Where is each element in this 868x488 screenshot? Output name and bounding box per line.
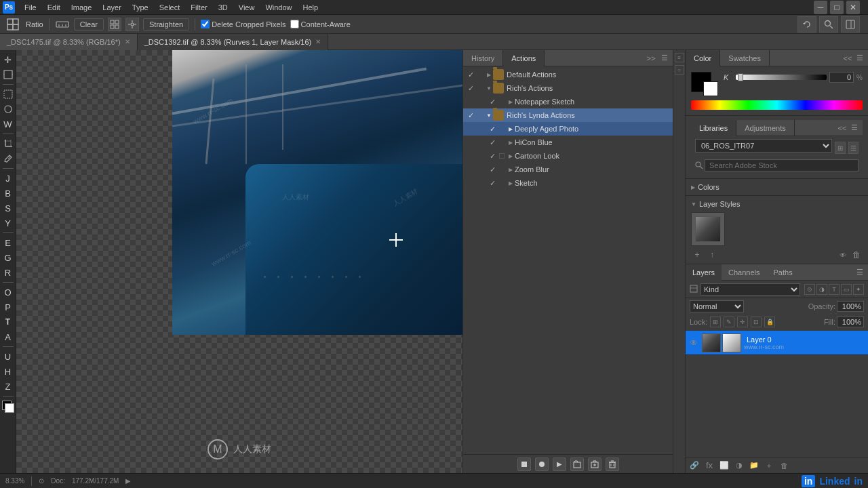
record-button[interactable] [535,458,549,471]
chevron-cartoon[interactable]: ▶ [507,152,515,160]
artboard-tool[interactable] [1,68,15,81]
filter-type-btn[interactable]: T [829,284,840,295]
layer-visibility-0[interactable]: 👁 [690,338,699,348]
menu-type[interactable]: Type [127,2,154,13]
chevron-lynda[interactable]: ▼ [485,111,493,119]
foreground-bg-color[interactable] [2,401,14,413]
menu-select[interactable]: Select [154,2,186,13]
panel-menu-btn[interactable]: ☰ [659,53,670,64]
k-slider[interactable] [736,75,827,80]
filter-pixel-btn[interactable]: ⊙ [804,284,815,295]
layer-mask-btn[interactable]: ⬜ [718,460,730,472]
crop-tool[interactable] [1,137,15,150]
clone-tool[interactable]: S [1,201,15,215]
menu-edit[interactable]: Edit [42,2,66,13]
move-tool[interactable]: ✛ [1,53,15,66]
check-notepaper[interactable]: ✓ [488,97,497,106]
blur-tool[interactable]: R [1,266,15,279]
lock-transparency-btn[interactable]: ⊞ [710,317,721,327]
settings-icon[interactable] [125,18,139,31]
clear-button[interactable]: Clear [74,18,104,30]
chevron-default[interactable]: ▶ [485,70,493,79]
color-tab[interactable]: Color [686,50,720,66]
layer-group-btn[interactable]: 📁 [748,460,760,472]
libraries-tab[interactable]: Libraries [691,120,736,136]
filter-adj-btn[interactable]: ◑ [816,284,827,295]
foreground-bg-swatches[interactable] [691,72,718,96]
tab-1[interactable]: _DSC1475.tif @ 8.33% (RGB/16*) ✕ [0,34,138,50]
close-btn[interactable]: ✕ [846,1,860,14]
mini-btn-2[interactable]: ○ [675,65,684,75]
chevron-notepaper[interactable]: ▶ [507,98,515,106]
zoom-blur-row[interactable]: ✓ ▶ Zoom Blur [463,163,673,176]
check-deeply[interactable]: ✓ [488,124,497,134]
panel-expand-btn[interactable]: >> [646,53,656,64]
layers-menu-btn[interactable]: ☰ [854,267,865,278]
search-icon[interactable] [819,16,838,33]
blend-mode-dropdown[interactable]: Normal [690,300,744,312]
path-select-tool[interactable]: A [1,330,15,344]
adjustments-tab[interactable]: Adjustments [736,120,795,136]
opacity-input[interactable] [837,301,864,312]
chevron-hicon[interactable]: ▶ [507,138,515,146]
default-actions-row[interactable]: ✓ ▶ Default Actions [463,68,673,81]
panel-icon[interactable] [841,16,860,33]
libs-grid-btn[interactable]: ⊞ [835,142,845,154]
lock-all-btn[interactable]: 🔒 [764,317,775,327]
filter-shape-btn[interactable]: ▭ [841,284,852,295]
history-brush-tool[interactable]: Y [1,216,15,230]
stock-search-input[interactable] [705,159,859,171]
add-layer-style-btn[interactable]: + [691,249,703,261]
layer-row-0[interactable]: 👁 Layer 0 www.rr-sc.com [686,331,868,355]
dodge-tool[interactable]: O [1,285,15,299]
deeply-aged-row[interactable]: ✓ ▶ Deeply Aged Photo [463,122,673,136]
type-tool[interactable]: T [1,315,15,329]
hand-tool[interactable]: H [1,365,15,378]
fill-input[interactable] [837,317,864,327]
restore-btn[interactable]: □ [830,1,844,14]
sketch-row[interactable]: ✓ ▶ Sketch [463,176,673,190]
eraser-tool[interactable]: E [1,236,15,249]
chevron-deeply[interactable]: ▶ [507,125,515,133]
layer-new-btn[interactable]: + [763,460,775,472]
tab-1-close[interactable]: ✕ [125,38,130,45]
eyedropper-tool[interactable] [1,152,15,165]
libs-dropdown[interactable]: 06_ROS_ITR07 [695,139,832,152]
straighten-button[interactable]: Straighten [143,18,189,30]
background-swatch[interactable] [703,81,718,96]
check-hicon[interactable]: ✓ [488,138,497,147]
arrow-btn[interactable]: ▶ [125,477,131,485]
check-richs[interactable]: ✓ [466,83,475,93]
colors-header[interactable]: ▶ Colors [691,182,863,192]
menu-filter[interactable]: Filter [185,2,212,13]
minimize-btn[interactable]: ─ [814,1,827,14]
chevron-zoom[interactable]: ▶ [507,165,515,174]
lock-artboard-btn[interactable]: ⊡ [751,317,762,327]
color-expand-btn[interactable]: << [842,53,853,64]
layer-effect-btn[interactable]: fx [703,460,715,472]
menu-file[interactable]: File [19,2,42,13]
actions-tab[interactable]: Actions [503,50,545,66]
menu-layer[interactable]: Layer [97,2,127,13]
lock-move-btn[interactable]: ✛ [737,317,748,327]
channels-tab[interactable]: Channels [722,264,766,281]
new-folder-button[interactable] [570,458,584,471]
libs-menu-btn[interactable]: ☰ [849,123,860,134]
richs-actions-row[interactable]: ✓ ▼ Rich's Actions [463,81,673,95]
quick-select-tool[interactable]: W [1,117,15,131]
check-cartoon[interactable]: ✓ [488,151,497,161]
rectangle-tool[interactable]: U [1,350,15,363]
delete-cropped-checkbox[interactable]: Delete Cropped Pixels [201,20,285,28]
menu-3d[interactable]: 3D [213,2,233,13]
check-lynda[interactable]: ✓ [466,110,475,120]
mini-btn-1[interactable]: ≡ [675,53,684,62]
content-aware-checkbox[interactable]: Content-Aware [290,20,351,28]
menu-image[interactable]: Image [66,2,98,13]
libs-expand-btn[interactable]: << [837,123,848,134]
paths-tab[interactable]: Paths [767,264,800,281]
brush-tool[interactable]: B [1,186,15,200]
menu-window[interactable]: Window [260,2,297,13]
filter-smart-btn[interactable]: ✦ [853,284,864,295]
layer-delete-btn[interactable]: 🗑 [778,460,790,472]
rainbow-bar[interactable] [691,100,863,110]
